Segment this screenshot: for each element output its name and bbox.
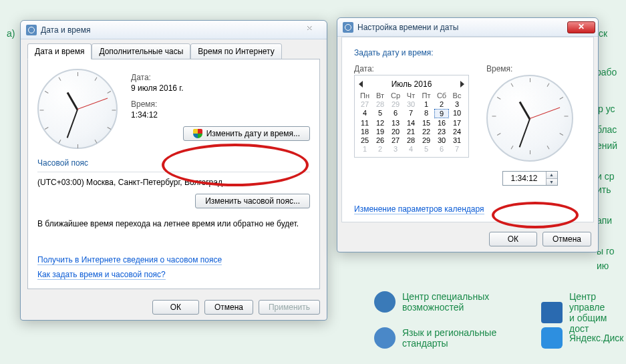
bg-link-yadisk[interactable]: Яндекс.Диск <box>541 327 623 349</box>
dst-note: В ближайшее время перехода на летнее вре… <box>37 219 310 228</box>
titlebar[interactable]: Настройка времени и даты ✕ <box>337 18 598 37</box>
calendar-day[interactable]: 20 <box>388 128 403 136</box>
calendar-day[interactable]: 10 <box>450 109 464 118</box>
calendar-day[interactable]: 4 <box>357 109 372 118</box>
calendar-day[interactable]: 1 <box>419 100 434 108</box>
accessibility-icon <box>374 291 396 313</box>
date-time-window: Дата и время ⛌ Дата и время Дополнительн… <box>20 20 327 321</box>
calendar-day[interactable]: 5 <box>373 109 387 118</box>
bg-frag: и ср <box>597 171 615 182</box>
calendar-day[interactable]: 26 <box>373 136 387 144</box>
clock-icon <box>343 22 353 33</box>
calendar-day[interactable]: 11 <box>357 119 372 127</box>
calendar-day[interactable]: 7 <box>450 145 464 153</box>
calendar-day[interactable]: 29 <box>388 100 403 108</box>
calendar-day[interactable]: 23 <box>434 128 449 136</box>
calendar-day[interactable]: 3 <box>388 145 403 153</box>
calendar-day[interactable]: 30 <box>404 100 418 108</box>
tab-date-time[interactable]: Дата и время <box>27 43 92 59</box>
uac-shield-icon <box>193 129 202 138</box>
cancel-button[interactable]: Отмена <box>542 232 591 246</box>
window-title: Дата и время <box>41 25 296 35</box>
calendar-day[interactable]: 3 <box>450 100 464 108</box>
cloud-icon <box>541 327 563 349</box>
titlebar[interactable]: Дата и время ⛌ <box>21 21 327 39</box>
calendar-day[interactable]: 5 <box>419 145 434 153</box>
bg-frag: блас <box>597 124 617 135</box>
spin-up-button[interactable]: ▲ <box>546 172 557 178</box>
calendar-day[interactable]: 7 <box>404 109 418 118</box>
calendar-day[interactable]: 25 <box>357 136 372 144</box>
calendar-dow: Сб <box>434 92 449 100</box>
calendar-day[interactable]: 30 <box>434 136 449 144</box>
calendar-day[interactable]: 4 <box>404 145 418 153</box>
change-date-time-button[interactable]: Изменить дату и время... <box>183 126 310 141</box>
calendar-day[interactable]: 28 <box>373 100 387 108</box>
calendar-day[interactable]: 27 <box>388 136 403 144</box>
dialog-buttons: ОК Отмена Применить <box>21 295 327 320</box>
calendar[interactable]: Июль 2016 ПнВтСрЧтПтСбВс2728293012345678… <box>354 75 469 158</box>
calendar-day[interactable]: 14 <box>404 119 418 127</box>
tab-additional-clocks[interactable]: Дополнительные часы <box>92 43 190 59</box>
calendar-day[interactable]: 2 <box>434 100 449 108</box>
time-value: 1:34:12 <box>131 110 310 120</box>
tab-internet-time[interactable]: Время по Интернету <box>190 43 281 59</box>
bg-frag: апи <box>597 215 612 226</box>
spin-down-button[interactable]: ▼ <box>546 178 557 185</box>
calendar-day[interactable]: 2 <box>373 145 387 153</box>
date-value: 9 июля 2016 г. <box>131 83 310 93</box>
calendar-settings-link[interactable]: Изменение параметров календаря <box>354 204 484 214</box>
calendar-day[interactable]: 21 <box>404 128 418 136</box>
time-input[interactable] <box>503 172 546 185</box>
change-timezone-button[interactable]: Изменить часовой пояс... <box>195 194 310 208</box>
calendar-day[interactable]: 29 <box>419 136 434 144</box>
bg-link-region[interactable]: Язык и региональные стандарты <box>374 327 522 349</box>
calendar-day[interactable]: 17 <box>450 119 464 127</box>
tz-info-link[interactable]: Получить в Интернете сведения о часовом … <box>37 255 222 265</box>
apply-button[interactable]: Применить <box>259 300 320 315</box>
bg-frag: р ус <box>598 104 615 114</box>
prev-month-button[interactable] <box>359 81 363 87</box>
calendar-dow: Вт <box>373 92 387 100</box>
bg-link-accessibility[interactable]: Центр специальных возможностей <box>374 291 522 313</box>
calendar-day[interactable]: 28 <box>404 136 418 144</box>
bg-frag: ений <box>597 140 617 151</box>
calendar-day[interactable]: 22 <box>419 128 434 136</box>
calendar-dow: Пт <box>419 92 434 100</box>
bg-frag: рабо <box>596 67 617 77</box>
calendar-month: Июль 2016 <box>392 79 432 89</box>
analog-clock <box>486 75 573 162</box>
calendar-day[interactable]: 1 <box>357 145 372 153</box>
globe-icon <box>374 327 396 349</box>
bg-frag: ию <box>597 260 609 271</box>
calendar-day[interactable]: 27 <box>357 100 372 108</box>
howto-link[interactable]: Как задать время и часовой пояс? <box>37 270 166 280</box>
dialog-buttons: ОК Отмена <box>337 226 598 252</box>
calendar-day[interactable]: 6 <box>388 109 403 118</box>
time-spinner[interactable]: ▲ ▼ <box>502 171 558 186</box>
calendar-day[interactable]: 9 <box>434 109 449 118</box>
ok-button[interactable]: ОК <box>489 232 537 246</box>
cancel-button[interactable]: Отмена <box>204 300 253 315</box>
next-month-button[interactable] <box>460 81 464 87</box>
calendar-day[interactable]: 24 <box>450 128 464 136</box>
calendar-day[interactable]: 19 <box>373 128 387 136</box>
calendar-day[interactable]: 15 <box>419 119 434 127</box>
calendar-day[interactable]: 13 <box>388 119 403 127</box>
time-label: Время: <box>131 100 310 109</box>
calendar-day[interactable]: 12 <box>373 119 387 127</box>
close-icon[interactable]: ✕ <box>567 21 595 33</box>
network-icon <box>541 302 563 323</box>
timezone-value: (UTC+03:00) Москва, Санкт-Петербург, Вол… <box>37 178 310 187</box>
calendar-day[interactable]: 8 <box>419 109 434 118</box>
bg-frag: а) <box>7 28 15 39</box>
calendar-day[interactable]: 16 <box>434 119 449 127</box>
close-icon[interactable]: ⛌ <box>296 24 324 36</box>
calendar-day[interactable]: 6 <box>434 145 449 153</box>
calendar-dow: Чт <box>404 92 418 100</box>
calendar-day[interactable]: 31 <box>450 136 464 144</box>
time-label: Время: <box>486 64 573 73</box>
calendar-day[interactable]: 18 <box>357 128 372 136</box>
bg-frag: ы го <box>597 246 615 256</box>
ok-button[interactable]: ОК <box>152 300 199 315</box>
